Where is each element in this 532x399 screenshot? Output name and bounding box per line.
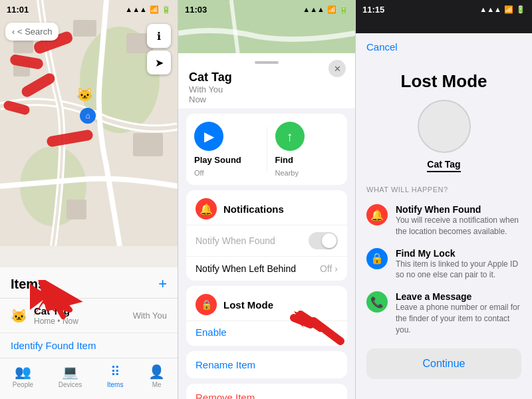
lost-mode-section: 🔒 Lost Mode Enable bbox=[186, 286, 347, 346]
notify-when-found-label: Notify When Found bbox=[196, 235, 275, 246]
close-icon: ✕ bbox=[334, 64, 341, 74]
items-panel: Items + 🐱 Cat Tag Home • Now With You Id… bbox=[0, 267, 178, 399]
enable-label: Enable bbox=[196, 327, 227, 338]
play-sound-label: Play Sound bbox=[194, 155, 241, 165]
map-view: 11:01 ▲▲▲ 📶 🔋 ‹ < Search ℹ ➤ 🐱 ⌂ bbox=[0, 0, 178, 246]
people-icon: 👥 bbox=[15, 364, 31, 380]
find-nearby-icon-circle: ↑ bbox=[275, 122, 305, 151]
rename-item-button[interactable]: Rename Item bbox=[186, 351, 347, 378]
lock-icon-circle: 🔒 bbox=[366, 248, 388, 269]
items-label: Items bbox=[107, 381, 123, 388]
status-icons: ▲▲▲ 📶 🔋 bbox=[125, 5, 171, 14]
svg-rect-3 bbox=[13, 40, 33, 53]
add-button[interactable]: + bbox=[158, 275, 167, 293]
panel-3-top: 11:15 ▲▲▲ 📶 🔋 bbox=[356, 0, 532, 33]
panel-lost-mode: 11:15 ▲▲▲ 📶 🔋 Cancel Lost Mode Cat Tag W… bbox=[355, 0, 532, 399]
play-sound-icon-circle: ▶ bbox=[194, 122, 223, 151]
phone-icon: 📞 bbox=[370, 296, 384, 309]
action-buttons: ▶ Play Sound Off ↑ Find Nearby bbox=[186, 114, 347, 185]
play-sound-sub: Off bbox=[194, 169, 203, 177]
search-label: < Search bbox=[17, 27, 52, 37]
feature-notify: 🔔 Notify When Found You will receive a n… bbox=[366, 199, 521, 243]
notify-desc: You will receive a notification when the… bbox=[396, 215, 521, 237]
svg-rect-8 bbox=[66, 200, 86, 219]
sheet-with-you: With You bbox=[189, 84, 344, 94]
signal-icon-3: ▲▲▲ bbox=[479, 5, 501, 13]
location-button[interactable]: ➤ bbox=[147, 51, 171, 74]
location-icon: ➤ bbox=[155, 57, 164, 69]
search-back[interactable]: ‹ < Search bbox=[5, 23, 59, 41]
find-nearby-button[interactable]: ↑ Find Nearby bbox=[275, 122, 340, 177]
cat-tag-row-container: 🐱 Cat Tag Home • Now With You bbox=[0, 299, 178, 333]
nav-items[interactable]: ⠿ Items bbox=[107, 364, 123, 388]
find-icon: ↑ bbox=[287, 129, 293, 144]
cancel-button[interactable]: Cancel bbox=[366, 41, 398, 53]
notify-bell-icon: 🔔 bbox=[370, 209, 384, 221]
sheet-title: Cat Tag bbox=[189, 70, 344, 84]
notifications-icon-circle: 🔔 bbox=[196, 198, 217, 219]
wifi-icon: 📶 bbox=[150, 5, 159, 14]
status-time: 11:01 bbox=[7, 5, 29, 15]
continue-button[interactable]: Continue bbox=[366, 348, 521, 379]
notify-text: Notify When Found You will receive a not… bbox=[396, 204, 521, 237]
svg-rect-5 bbox=[73, 20, 96, 37]
notify-when-found-toggle[interactable] bbox=[309, 232, 338, 249]
action-divider bbox=[267, 127, 267, 172]
what-will-happen-label: WHAT WILL HAPPEN? bbox=[366, 186, 521, 194]
me-icon: 👤 bbox=[148, 364, 165, 380]
status-bar: 11:01 ▲▲▲ 📶 🔋 bbox=[0, 0, 178, 19]
me-label: Me bbox=[152, 381, 162, 388]
red-arrow-indicator bbox=[20, 280, 86, 320]
devices-label: Devices bbox=[59, 381, 82, 388]
lost-mode-title-section: Lost Mode Cat Tag bbox=[356, 61, 532, 180]
feature-lock: 🔒 Find My Lock This item is linked to yo… bbox=[366, 243, 521, 287]
close-button[interactable]: ✕ bbox=[329, 60, 346, 77]
status-icons-3: ▲▲▲ 📶 🔋 bbox=[479, 5, 525, 14]
nav-devices[interactable]: 💻 Devices bbox=[59, 364, 82, 388]
notify-left-behind-row: Notify When Left Behind Off › bbox=[186, 256, 347, 281]
battery-icon: 🔋 bbox=[162, 5, 171, 14]
left-behind-text: Off bbox=[320, 263, 332, 274]
message-title: Leave a Message bbox=[396, 291, 521, 302]
remove-item-button[interactable]: Remove Item bbox=[186, 384, 347, 399]
nav-people[interactable]: 👥 People bbox=[13, 364, 33, 388]
lost-mode-icon-circle: 🔒 bbox=[196, 294, 217, 315]
notify-title: Notify When Found bbox=[396, 204, 521, 215]
wifi-icon-2: 📶 bbox=[327, 5, 336, 14]
cat-tag-with: With You bbox=[133, 311, 167, 321]
info-button[interactable]: ℹ bbox=[147, 24, 171, 48]
info-icon: ℹ bbox=[157, 30, 161, 43]
notifications-section: 🔔 Notifications Notify When Found Notify… bbox=[186, 190, 347, 281]
nav-me[interactable]: 👤 Me bbox=[148, 364, 165, 388]
left-behind-value[interactable]: Off › bbox=[320, 263, 338, 274]
sheet-now: Now bbox=[189, 94, 344, 104]
identify-found-link[interactable]: Identify Found Item bbox=[0, 333, 178, 358]
lock-desc: This item is linked to your Apple ID so … bbox=[396, 259, 521, 281]
home-marker[interactable]: ⌂ bbox=[80, 108, 96, 124]
red-arrow-lost bbox=[287, 308, 354, 348]
cat-marker[interactable]: 🐱 bbox=[76, 86, 93, 102]
panel-cat-tag-sheet: 11:03 ▲▲▲ 📶 🔋 Cat Tag With You Now ✕ ▶ bbox=[178, 0, 355, 399]
chevron-right-icon: › bbox=[334, 263, 338, 274]
people-label: People bbox=[13, 381, 33, 388]
play-sound-button[interactable]: ▶ Play Sound Off bbox=[194, 122, 259, 177]
lock-feature-icon: 🔒 bbox=[370, 252, 384, 265]
battery-icon-3: 🔋 bbox=[516, 5, 525, 14]
home-icon: ⌂ bbox=[85, 111, 90, 120]
device-circle bbox=[418, 100, 471, 153]
lock-title: Find My Lock bbox=[396, 248, 521, 259]
find-label: Find bbox=[275, 155, 293, 165]
message-icon-circle: 📞 bbox=[366, 291, 388, 313]
find-nearby-label: Nearby bbox=[275, 169, 299, 177]
bottom-nav: 👥 People 💻 Devices ⠿ Items 👤 Me bbox=[0, 358, 178, 399]
notifications-title: Notifications bbox=[223, 203, 284, 215]
panel-map: 11:01 ▲▲▲ 📶 🔋 ‹ < Search ℹ ➤ 🐱 ⌂ bbox=[0, 0, 178, 399]
lost-mode-enable[interactable]: Enable bbox=[186, 321, 347, 346]
bell-icon: 🔔 bbox=[200, 203, 213, 215]
message-desc: Leave a phone number or email for the fi… bbox=[396, 302, 521, 335]
signal-icon-2: ▲▲▲ bbox=[303, 5, 325, 13]
play-icon: ▶ bbox=[204, 128, 214, 144]
notifications-header: 🔔 Notifications bbox=[186, 190, 347, 225]
sheet-top bbox=[178, 53, 355, 64]
action-buttons-section: ▶ Play Sound Off ↑ Find Nearby bbox=[186, 114, 347, 185]
